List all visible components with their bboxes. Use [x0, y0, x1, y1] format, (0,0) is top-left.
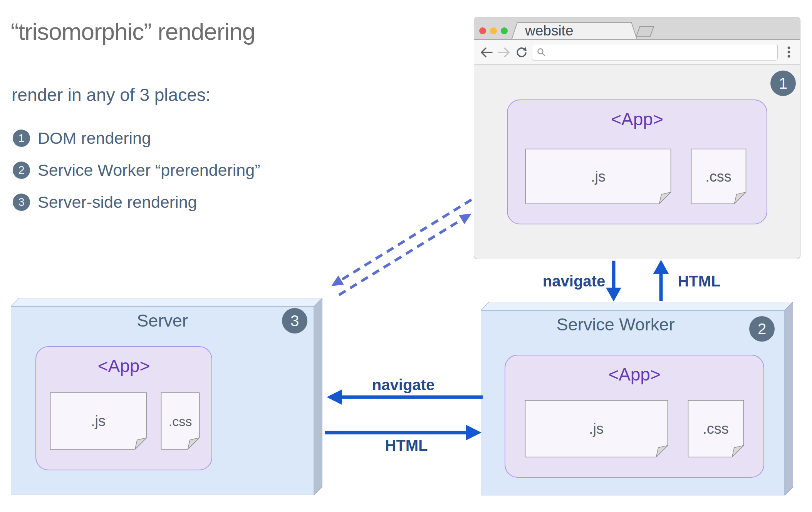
css-file-icon: .css — [691, 148, 747, 204]
list-badge-1: 1 — [13, 130, 30, 147]
list-badge-2: 2 — [13, 162, 30, 179]
new-tab-button[interactable] — [636, 27, 654, 36]
list-item-dom-rendering: 1 DOM rendering — [13, 129, 151, 147]
reload-icon[interactable] — [516, 47, 527, 59]
close-window-icon[interactable] — [479, 27, 486, 34]
server-box: Server 3 <App> .js .css — [11, 298, 322, 495]
list-item-label: Service Worker “prerendering” — [38, 161, 260, 180]
app-component-label: <App> — [36, 355, 211, 376]
css-file-icon: .css — [161, 392, 200, 450]
browser-app-box: <App> .js .css — [507, 99, 767, 224]
js-file-icon: .js — [525, 148, 671, 204]
forward-icon[interactable] — [498, 47, 510, 57]
browser-window: website — [474, 17, 800, 259]
js-file-label: .js — [589, 421, 604, 437]
service-worker-box: Service Worker 2 <App> .js .css — [481, 302, 793, 495]
navigate-vertical-label: navigate — [543, 273, 605, 290]
page-title: “trisomorphic” rendering — [11, 18, 255, 45]
server-app-box: <App> .js .css — [35, 346, 212, 470]
css-file-label: .css — [703, 421, 729, 437]
navigate-down-arrow — [606, 261, 621, 301]
menu-dots-icon[interactable] — [787, 46, 791, 59]
service-worker-title: Service Worker — [481, 315, 750, 335]
app-component-label: <App> — [505, 364, 763, 385]
server-title: Server — [11, 311, 314, 331]
dashed-server-to-browser-arrow — [339, 214, 471, 295]
tab-title[interactable]: website — [525, 23, 573, 39]
step-badge-1: 1 — [770, 71, 796, 96]
css-file-label: .css — [169, 414, 192, 429]
dashed-browser-to-server-arrow — [331, 200, 471, 286]
browser-tab-strip: website — [474, 17, 800, 40]
list-item-server-side: 3 Server-side rendering — [13, 193, 197, 211]
app-component-label: <App> — [508, 109, 767, 130]
js-file-label: .js — [591, 168, 606, 185]
tab-shapes — [474, 17, 800, 40]
browser-toolbar — [474, 40, 800, 65]
list-badge-3: 3 — [13, 194, 30, 211]
js-file-icon: .js — [50, 392, 147, 450]
service-worker-app-box: <App> .js .css — [505, 355, 764, 478]
step-badge-3: 3 — [282, 308, 307, 333]
subtitle: render in any of 3 places: — [12, 84, 211, 105]
browser-viewport: 1 <App> .js .css — [474, 65, 800, 259]
address-bar[interactable] — [532, 44, 778, 61]
maximize-window-icon[interactable] — [501, 27, 508, 34]
css-file-label: .css — [705, 168, 731, 185]
list-item-label: DOM rendering — [38, 129, 151, 148]
list-item-label: Server-side rendering — [38, 193, 197, 212]
css-file-icon: .css — [688, 400, 744, 458]
search-icon — [537, 48, 546, 57]
js-file-icon: .js — [525, 400, 668, 458]
html-vertical-label: HTML — [678, 273, 720, 290]
step-badge-2: 2 — [749, 316, 775, 342]
back-icon[interactable] — [480, 47, 493, 57]
list-item-service-worker: 2 Service Worker “prerendering” — [13, 161, 260, 179]
navigate-horizontal-label: navigate — [372, 376, 435, 394]
html-up-arrow — [653, 260, 669, 301]
diagram-canvas: “trisomorphic” rendering render in any o… — [0, 0, 812, 512]
js-file-label: .js — [91, 413, 106, 429]
html-horizontal-label: HTML — [385, 437, 428, 454]
url-input[interactable] — [549, 45, 767, 59]
minimize-window-icon[interactable] — [490, 27, 497, 34]
